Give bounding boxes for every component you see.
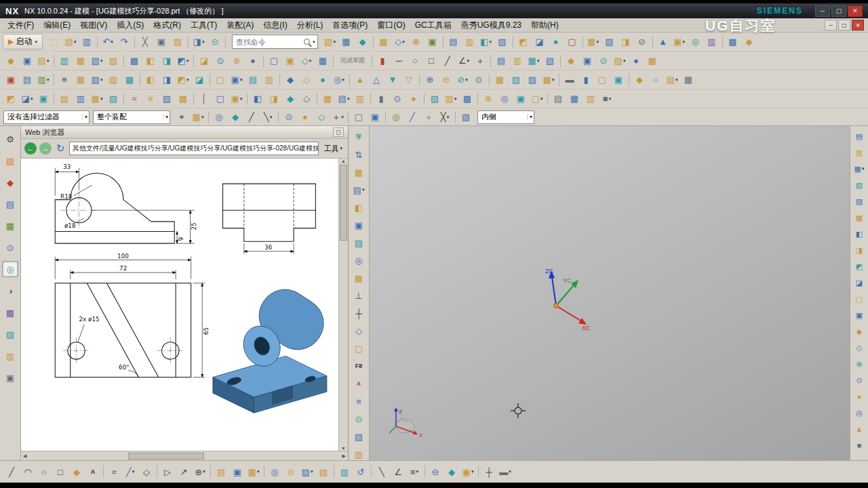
- toolbar-icon[interactable]: ▨▾: [443, 91, 459, 107]
- web-browser-icon[interactable]: ◎: [2, 261, 18, 277]
- toolbar-icon[interactable]: ▧▾: [89, 72, 105, 88]
- toolbar-icon[interactable]: ▤: [19, 72, 35, 88]
- toolbar-icon[interactable]: ▩: [725, 34, 741, 50]
- toolbar-icon[interactable]: ⊕: [408, 34, 425, 50]
- toolbar-icon[interactable]: ▨: [105, 53, 121, 69]
- scroll-left-icon[interactable]: ◀: [23, 453, 26, 459]
- toolbar-icon[interactable]: ●: [315, 72, 331, 88]
- address-bar[interactable]: 其他文件/流量/UG建模技巧分享/UG建模技巧分享/UG建模技巧分享-028/U…: [69, 142, 319, 155]
- toolbar-icon[interactable]: ▩: [459, 91, 475, 107]
- gear-icon[interactable]: ⚙: [2, 131, 18, 147]
- toolbar-icon[interactable]: ▢: [266, 53, 282, 69]
- toolbar-icon[interactable]: ▮: [373, 91, 389, 107]
- toolbar-icon[interactable]: ◪: [852, 275, 867, 290]
- toolbar-icon[interactable]: ▨: [494, 34, 511, 50]
- toolbar-icon[interactable]: ⊙: [595, 53, 612, 69]
- toolbar-icon[interactable]: ▲: [655, 34, 671, 50]
- toolbar-icon[interactable]: ▼: [384, 72, 401, 88]
- scroll-down-icon[interactable]: ▼: [341, 446, 346, 451]
- browser-tools-button[interactable]: 工具 ▾: [321, 144, 344, 154]
- paste-button[interactable]: ▨: [170, 34, 186, 50]
- toolbar-icon[interactable]: ○: [648, 72, 664, 88]
- toolbar-icon[interactable]: ◨: [159, 72, 175, 88]
- toolbar-icon[interactable]: ▲: [352, 72, 368, 88]
- toolbar-icon[interactable]: ╱▾: [122, 464, 138, 480]
- toolbar-icon[interactable]: ▥: [852, 145, 867, 160]
- toolbar-icon[interactable]: ▣: [610, 72, 627, 88]
- toolbar-icon[interactable]: ▣: [35, 91, 52, 107]
- toolbar-icon[interactable]: ─: [391, 53, 407, 69]
- toolbar-icon[interactable]: ●: [297, 109, 313, 125]
- toolbar-icon[interactable]: ▩▾: [540, 72, 557, 88]
- horizontal-scrollbar[interactable]: ◀ ▶: [21, 451, 348, 460]
- toolbar-icon[interactable]: ◪: [532, 34, 548, 50]
- toolbar-icon[interactable]: ◇: [313, 109, 330, 125]
- toolbar-icon[interactable]: ■: [852, 438, 867, 453]
- toolbar-icon[interactable]: ◆: [3, 53, 19, 69]
- toolbar-icon[interactable]: ▥▾: [35, 72, 52, 88]
- toolbar-icon[interactable]: ◆: [282, 91, 298, 107]
- toolbar-icon[interactable]: ◎: [688, 34, 704, 50]
- toolbar-icon[interactable]: ▩: [376, 34, 392, 50]
- toolbar-icon[interactable]: ▤▾: [664, 72, 680, 88]
- toolbar-icon[interactable]: ◨: [159, 53, 175, 69]
- toolbar-icon[interactable]: ▩: [351, 270, 367, 286]
- menu-item[interactable]: 装配(A): [222, 19, 258, 32]
- toolbar-icon[interactable]: ▩: [644, 53, 660, 69]
- toolbar-icon[interactable]: ◆: [852, 324, 867, 339]
- toolbar-icon[interactable]: ▥: [336, 464, 353, 480]
- x-constraint-icon[interactable]: X: [351, 375, 367, 392]
- toolbar-icon[interactable]: ▷: [159, 464, 176, 480]
- toolbar-icon[interactable]: ▩: [121, 72, 138, 88]
- toolbar-icon[interactable]: ⊙: [283, 464, 299, 480]
- toolbar-icon[interactable]: ▧: [852, 178, 867, 192]
- hd3d-tool-icon[interactable]: ⊙: [2, 239, 18, 256]
- toolbar-icon[interactable]: ▧: [508, 72, 524, 88]
- toolbar-icon[interactable]: ╲▾: [260, 109, 276, 125]
- toolbar-icon[interactable]: ⊕: [852, 357, 867, 371]
- toolbar-icon[interactable]: ◨: [618, 34, 634, 50]
- toolbar-icon[interactable]: ◇▾: [392, 34, 408, 50]
- menu-item[interactable]: 编辑(E): [39, 19, 75, 32]
- assembly-navigator-icon[interactable]: ▧: [2, 152, 18, 169]
- toolbar-icon[interactable]: ▨: [351, 235, 367, 251]
- toolbar-icon[interactable]: ▥: [56, 53, 73, 69]
- toolbar-icon[interactable]: ▣▾: [671, 34, 688, 50]
- toolbar-icon[interactable]: ◩▾: [175, 53, 191, 69]
- toolbar-icon[interactable]: ⊕▾: [192, 464, 208, 480]
- toolbar-icon[interactable]: ▥: [583, 91, 599, 107]
- toolbar-icon[interactable]: ◆: [741, 34, 757, 50]
- circle-icon[interactable]: ○: [36, 464, 52, 480]
- toolbar-icon[interactable]: ▥: [704, 34, 720, 50]
- toolbar-icon[interactable]: ◎: [267, 464, 283, 480]
- toolbar-icon[interactable]: ◆: [563, 53, 579, 69]
- toolbar-icon[interactable]: ⇅: [351, 146, 367, 163]
- menu-item[interactable]: 工具(T): [186, 19, 222, 32]
- menu-item[interactable]: 视图(V): [75, 19, 112, 32]
- toolbar-icon[interactable]: ▲: [852, 422, 867, 436]
- cut-button[interactable]: ╳: [137, 34, 153, 50]
- toolbar-icon[interactable]: │: [196, 91, 212, 107]
- toolbar-icon[interactable]: ▧: [601, 34, 618, 50]
- selection-scope-combo[interactable]: 整个装配 ▾: [93, 110, 170, 124]
- toolbar-icon[interactable]: ▢▾: [529, 91, 545, 107]
- cube-icon[interactable]: ▧: [458, 109, 474, 125]
- start-menu-button[interactable]: ▶ 启动 ▾: [3, 34, 43, 49]
- line-icon[interactable]: ╱: [3, 464, 20, 480]
- minimize-button[interactable]: ─: [815, 5, 830, 17]
- toolbar-icon[interactable]: ↺: [353, 464, 369, 480]
- toolbar-icon[interactable]: ◧: [852, 226, 867, 241]
- toolbar-icon[interactable]: ▦: [492, 72, 508, 88]
- toolbar-icon[interactable]: ▢: [351, 340, 367, 357]
- text-style-icon[interactable]: 字: [351, 129, 367, 145]
- toolbar-icon[interactable]: ▧: [351, 428, 367, 445]
- toolbar-icon[interactable]: ▦: [680, 72, 696, 88]
- toolbar-icon[interactable]: ▣: [367, 109, 383, 125]
- toolbar-icon[interactable]: ▨: [159, 91, 175, 107]
- toolbar-icon[interactable]: ▦: [566, 91, 583, 107]
- toolbar-icon[interactable]: ◪: [196, 53, 212, 69]
- toolbar-icon[interactable]: ◇: [852, 340, 867, 355]
- menu-item[interactable]: 燕秀UG模具9.23: [456, 19, 526, 32]
- toolbar-icon[interactable]: ◪: [191, 72, 208, 88]
- menu-item[interactable]: 首选项(P): [328, 19, 372, 32]
